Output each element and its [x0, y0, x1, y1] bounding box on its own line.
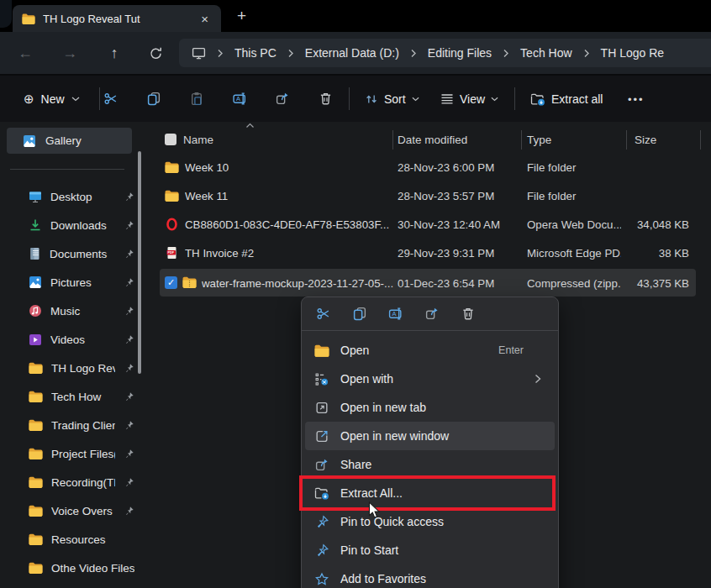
view-label: View — [460, 92, 485, 106]
sidebar-item-documents[interactable]: Documents — [0, 239, 143, 268]
folder-icon — [22, 13, 35, 24]
menu-item-open[interactable]: Open Enter — [305, 336, 555, 365]
sidebar-item-trading-client[interactable]: Trading Client — [0, 411, 143, 439]
sidebar-item-resources[interactable]: Resources — [0, 525, 143, 554]
rename-button[interactable]: A — [223, 83, 256, 114]
column-divider[interactable] — [700, 130, 701, 150]
sidebar-item-other-video-files[interactable]: Othe Video Files — [0, 554, 143, 582]
breadcrumb-editing-files[interactable]: Editing Files — [428, 46, 492, 60]
menu-item-pin-to-quick-access[interactable]: Pin to Quick access — [305, 507, 555, 536]
file-row-opera-doc[interactable]: CB8860D1-083C-4DE0-AF78-E53803F... 30-No… — [143, 210, 711, 239]
extract-folder-icon — [530, 92, 545, 107]
chevron-down-icon — [491, 97, 498, 102]
music-icon — [29, 304, 42, 318]
pin-icon — [124, 506, 134, 517]
copy-icon[interactable] — [352, 307, 367, 321]
sidebar-scrollbar[interactable] — [138, 151, 141, 374]
sidebar-item-tech-how[interactable]: Tech How — [0, 382, 143, 411]
chevron-right-icon — [217, 49, 224, 58]
new-tab-button[interactable]: + — [232, 6, 251, 26]
breadcrumb-current-folder[interactable]: TH Logo Re — [601, 46, 664, 60]
copy-button[interactable] — [137, 83, 171, 114]
menu-item-open-with[interactable]: Open with — [305, 365, 555, 393]
column-divider[interactable] — [392, 130, 393, 150]
column-header-type[interactable]: Type — [527, 126, 551, 154]
more-options-button[interactable]: ••• — [619, 87, 653, 112]
rename-icon[interactable]: A — [388, 307, 403, 321]
this-pc-icon — [192, 46, 206, 60]
refresh-icon[interactable] — [149, 46, 169, 60]
sort-button[interactable]: Sort — [360, 87, 424, 112]
sidebar-item-recording[interactable]: Recording(TH) — [0, 468, 143, 496]
select-all-checkbox[interactable] — [165, 134, 176, 145]
back-icon[interactable]: ← — [15, 45, 35, 62]
menu-item-add-to-favorites[interactable]: Add to Favorites — [305, 564, 555, 588]
cut-button[interactable] — [94, 83, 128, 114]
file-type: File folder — [527, 181, 621, 210]
breadcrumb-this-pc[interactable]: This PC — [234, 46, 276, 60]
sort-ascending-caret-icon — [245, 123, 255, 129]
sidebar-item-label: Pictures — [50, 276, 115, 289]
menu-item-open-in-new-tab[interactable]: Open in new tab — [305, 393, 555, 422]
sidebar-item-label: Voice Overs — [51, 505, 115, 517]
svg-text:A: A — [235, 95, 240, 102]
new-button[interactable]: ⊕ New — [17, 87, 87, 112]
sidebar-item-label: Othe Video Files — [51, 562, 134, 575]
chevron-down-icon — [412, 97, 419, 102]
sidebar-item-label: Recording(TH) — [51, 476, 115, 489]
tab-bar: TH Logo Reveal Tut × + — [0, 0, 711, 32]
column-header-size[interactable]: Size — [635, 126, 656, 154]
sidebar-item-th-logo-reveal[interactable]: TH Logo Revea — [0, 354, 143, 382]
file-row-th-invoice[interactable]: PDF TH Invoice #2 29-Nov-23 9:31 PM Micr… — [143, 239, 711, 267]
extract-all-button[interactable]: Extract all — [525, 87, 608, 112]
sidebar-item-pictures[interactable]: Pictures — [0, 268, 143, 297]
chevron-right-icon — [583, 49, 590, 58]
sidebar-item-label: Project Files(TH — [51, 448, 115, 460]
zip-folder-icon — [182, 276, 197, 288]
folder-icon — [29, 391, 43, 402]
trash-icon[interactable] — [461, 307, 476, 321]
breadcrumb: This PC External Data (D:) Editing Files… — [179, 39, 711, 67]
folder-icon — [29, 505, 43, 517]
sidebar-item-voice-overs[interactable]: Voice Overs — [0, 496, 143, 525]
menu-item-share[interactable]: Share — [305, 450, 555, 479]
view-button[interactable]: View — [435, 87, 503, 112]
breadcrumb-tech-how[interactable]: Tech How — [520, 46, 571, 60]
trash-icon — [319, 92, 333, 106]
sidebar-item-music[interactable]: Music — [0, 297, 143, 325]
column-header-name[interactable]: Name — [183, 126, 213, 154]
paste-button[interactable] — [180, 83, 213, 114]
explorer-tab[interactable]: TH Logo Reveal Tut × — [13, 5, 221, 32]
column-divider[interactable] — [521, 130, 522, 150]
file-type: File folder — [527, 153, 621, 181]
chevron-right-icon — [503, 49, 509, 58]
delete-button[interactable] — [308, 83, 342, 114]
sidebar-item-desktop[interactable]: Desktop — [0, 182, 143, 211]
file-row-week-11[interactable]: Week 11 28-Nov-23 5:57 PM File folder — [143, 181, 711, 210]
menu-item-open-in-new-window[interactable]: Open in new window — [305, 422, 555, 450]
menu-item-pin-to-start[interactable]: Pin to Start — [305, 536, 555, 564]
toolbar-divider — [514, 87, 515, 110]
file-row-week-10[interactable]: Week 10 28-Nov-23 6:00 PM File folder — [143, 153, 711, 181]
sidebar-item-videos[interactable]: Videos — [0, 325, 143, 354]
pin-icon — [314, 515, 329, 529]
share-icon[interactable] — [424, 307, 440, 321]
navigation-bar: ← → ↑ This PC External Data (D:) Editing… — [0, 32, 711, 76]
file-row-water-frame-mockup-selected[interactable]: ✓ water-frame-mockup-2023-11-27-05-... 0… — [143, 269, 711, 297]
svg-text:PDF: PDF — [168, 251, 175, 255]
sidebar-item-project-files[interactable]: Project Files(TH — [0, 439, 143, 468]
breadcrumb-external-data[interactable]: External Data (D:) — [305, 46, 399, 60]
folder-icon — [165, 160, 179, 174]
up-icon[interactable]: ↑ — [104, 45, 124, 62]
cut-icon[interactable] — [316, 307, 331, 321]
sidebar-item-gallery[interactable]: Gallery — [7, 128, 132, 154]
forward-icon[interactable]: → — [60, 45, 80, 62]
column-header-date[interactable]: Date modified — [398, 126, 467, 154]
sidebar-item-downloads[interactable]: Downloads — [0, 211, 143, 239]
column-divider[interactable] — [626, 130, 627, 150]
selected-checkbox[interactable]: ✓ — [165, 276, 177, 289]
tab-close-icon[interactable]: × — [197, 11, 213, 27]
sidebar-item-label: Trading Client — [51, 419, 115, 432]
share-button[interactable] — [266, 83, 299, 114]
sidebar-item-label: Desktop — [50, 191, 115, 203]
